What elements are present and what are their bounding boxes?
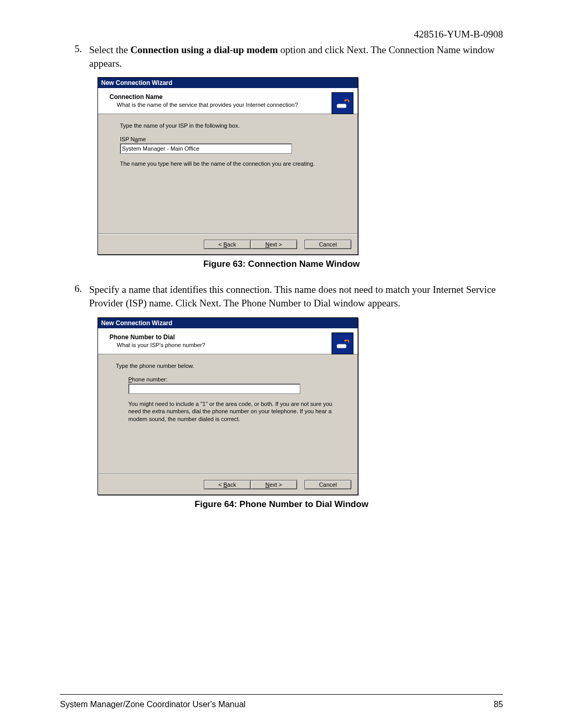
wizard-button-row: < BackNext >Cancel <box>98 234 358 254</box>
next-button[interactable]: Next > <box>250 240 297 249</box>
wizard-header-subtitle: What is the name of the service that pro… <box>117 102 352 108</box>
next-accel: N <box>265 482 270 488</box>
item-number: 6. <box>75 283 89 310</box>
back-accel: B <box>224 482 227 488</box>
window-titlebar: New Connection Wizard <box>98 78 358 88</box>
wizard-header-subtitle: What is your ISP's phone number? <box>117 342 352 348</box>
footer-title: System Manager/Zone Coordinator User's M… <box>60 700 246 709</box>
phone-number-wizard: New Connection Wizard Phone Number to Di… <box>97 317 358 495</box>
wizard-header-title: Phone Number to Dial <box>109 334 352 341</box>
figure-64-caption: Figure 64: Phone Number to Dial Window <box>60 499 503 510</box>
page-footer: System Manager/Zone Coordinator User's M… <box>60 700 503 709</box>
footer-rule <box>60 694 503 695</box>
svg-point-1 <box>345 100 347 102</box>
wizard-body: Type the phone number below. Phone numbe… <box>98 354 358 474</box>
back-post: ack <box>227 482 236 488</box>
connection-icon <box>332 332 353 354</box>
phone-number-label: Phone number: <box>128 376 342 382</box>
instruction-list: 6. Specify a name that identifies this c… <box>60 283 503 310</box>
cancel-button[interactable]: Cancel <box>304 240 351 249</box>
label-post: hone number: <box>132 376 167 382</box>
figure-63: New Connection Wizard Connection Name Wh… <box>97 77 503 255</box>
svg-rect-2 <box>337 344 347 348</box>
page-number: 85 <box>494 700 503 709</box>
connection-icon <box>332 92 353 114</box>
label-post: me <box>138 136 146 142</box>
wizard-header: Connection Name What is the name of the … <box>98 88 358 114</box>
bold-text: Connection using a dial-up modem <box>130 44 278 55</box>
wizard-body: Type the name of your ISP in the followi… <box>98 114 358 234</box>
item-body: Select the Connection using a dial-up mo… <box>89 43 503 70</box>
instruction-list: 5. Select the Connection using a dial-up… <box>60 43 503 70</box>
back-accel: B <box>224 241 227 248</box>
isp-name-input[interactable] <box>120 143 292 154</box>
wizard-button-row: < BackNext >Cancel <box>98 474 358 495</box>
item-body: Specify a name that identifies this conn… <box>89 283 503 310</box>
text: Select the <box>89 44 130 55</box>
next-post: ext > <box>270 241 282 248</box>
figure-63-caption: Figure 63: Connection Name Window <box>60 259 503 269</box>
isp-name-label: ISP Name <box>120 136 342 142</box>
input-hint: You might need to include a "1" or the a… <box>128 400 337 424</box>
back-post: ack <box>227 241 236 248</box>
back-pre: < <box>218 241 223 248</box>
label-pre: ISP N <box>120 136 135 142</box>
svg-rect-0 <box>337 104 347 108</box>
wizard-header-title: Connection Name <box>109 93 352 101</box>
instruction-item-6: 6. Specify a name that identifies this c… <box>75 283 503 310</box>
next-post: ext > <box>270 482 282 488</box>
connection-name-wizard: New Connection Wizard Connection Name Wh… <box>97 77 358 255</box>
back-button[interactable]: < Back <box>204 480 251 489</box>
instruction-item-5: 5. Select the Connection using a dial-up… <box>75 43 503 70</box>
input-hint: The name you type here will be the name … <box>120 160 328 168</box>
figure-64: New Connection Wizard Phone Number to Di… <box>97 317 503 495</box>
body-instruction: Type the name of your ISP in the followi… <box>120 122 342 129</box>
next-button[interactable]: Next > <box>250 480 297 489</box>
body-instruction: Type the phone number below. <box>116 363 342 369</box>
next-accel: N <box>265 241 270 248</box>
wizard-header: Phone Number to Dial What is your ISP's … <box>98 328 358 354</box>
window-titlebar: New Connection Wizard <box>98 318 358 328</box>
item-number: 5. <box>75 43 89 70</box>
document-id: 428516-YUM-B-0908 <box>60 29 503 40</box>
back-button[interactable]: < Back <box>204 240 251 249</box>
phone-number-input[interactable] <box>128 384 300 394</box>
cancel-button[interactable]: Cancel <box>304 480 351 489</box>
svg-point-3 <box>345 340 347 342</box>
back-pre: < <box>218 482 223 488</box>
